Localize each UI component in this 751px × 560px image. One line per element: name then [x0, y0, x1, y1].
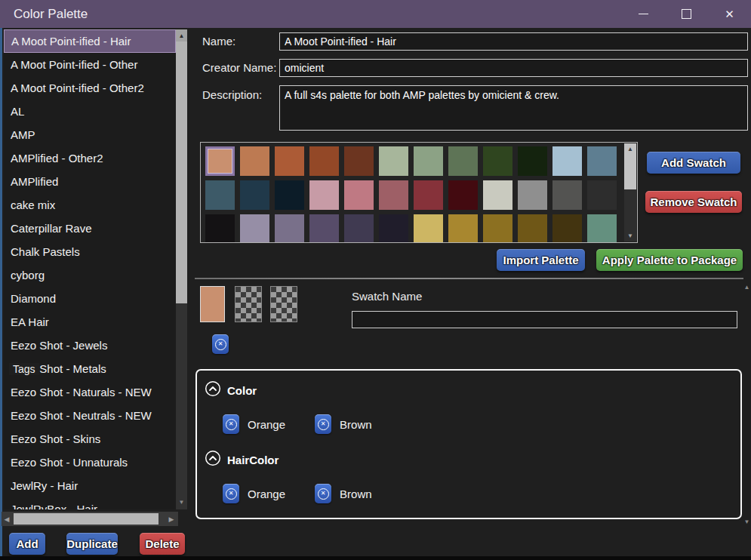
scroll-up-button[interactable]: ▲	[176, 29, 187, 42]
right-arrow-icon: ▶	[169, 515, 174, 523]
palette-list-item[interactable]: AL	[4, 100, 176, 123]
name-input[interactable]	[279, 32, 748, 51]
swatch-cell[interactable]	[483, 180, 512, 210]
swatch-name-label: Swatch Name	[352, 290, 422, 303]
swatch-cell[interactable]	[309, 146, 339, 176]
swatch-cell[interactable]	[205, 146, 235, 176]
minimize-button[interactable]	[622, 0, 665, 28]
swatch-cell[interactable]	[552, 146, 582, 176]
palette-list-item[interactable]: Eezo Shot - Jewels	[4, 334, 176, 357]
palette-list-item[interactable]: A Moot Point-ified - Hair	[4, 29, 176, 53]
tags-group-label: Tags	[9, 363, 39, 375]
swatch-cell[interactable]	[344, 180, 374, 210]
swatch-cell[interactable]	[552, 214, 582, 243]
list-vertical-scrollbar[interactable]: ▲ ▼	[176, 29, 187, 509]
swatch-cell[interactable]	[240, 146, 269, 176]
swatch-cell[interactable]	[587, 214, 617, 243]
palette-list-item[interactable]: Chalk Pastels	[4, 240, 176, 263]
up-arrow-icon[interactable]: ▲	[743, 284, 751, 291]
swatch-cell[interactable]	[518, 214, 547, 243]
remove-tag-button[interactable]: ✕	[223, 414, 239, 434]
swatch-cell[interactable]	[344, 146, 374, 176]
down-arrow-icon[interactable]: ▼	[743, 518, 751, 525]
remove-tag-button[interactable]: ✕	[315, 484, 331, 503]
delete-palette-button[interactable]: Delete	[140, 533, 185, 555]
maximize-button[interactable]	[665, 0, 708, 28]
scroll-right-button[interactable]: ▶	[166, 512, 177, 526]
add-swatch-button[interactable]: Add Swatch	[647, 152, 740, 174]
swatch-cell[interactable]	[448, 214, 478, 243]
swatch-highlight-preview[interactable]	[270, 286, 297, 322]
swatch-cell[interactable]	[587, 180, 617, 210]
scroll-left-button[interactable]: ◀	[2, 512, 12, 526]
tags-groupbox: Color✕Orange✕BrownHairColor✕Orange✕Brown	[195, 369, 742, 519]
swatch-cell[interactable]	[379, 180, 408, 210]
palette-list-item[interactable]: cake mix	[4, 193, 176, 217]
add-palette-button[interactable]: Add	[9, 533, 45, 555]
palette-list-item[interactable]: EA Hair	[4, 310, 176, 334]
close-button[interactable]: ✕	[708, 0, 751, 28]
duplicate-palette-button[interactable]: Duplicate	[66, 533, 118, 555]
swatch-cell[interactable]	[379, 146, 408, 176]
remove-tag-button[interactable]: ✕	[223, 484, 239, 503]
scrollbar-thumb[interactable]	[624, 155, 636, 189]
apply-palette-button[interactable]: Apply Palette to Package	[596, 249, 743, 271]
list-horizontal-scrollbar[interactable]: ◀ ▶	[2, 512, 178, 526]
detail-panel-scrollbar[interactable]: ▲ ▼	[743, 284, 751, 525]
palette-list-item[interactable]: AMPlified - Other2	[4, 146, 176, 170]
palette-list-item[interactable]: A Moot Point-ified - Other2	[4, 76, 176, 100]
palette-list-item[interactable]: cyborg	[4, 263, 176, 287]
scroll-down-button[interactable]: ▼	[624, 230, 636, 242]
swatch-cell[interactable]	[205, 180, 235, 210]
color-palette-window: Color Palette ✕ A Moot Point-ified - Hai…	[0, 0, 751, 560]
swatch-cell[interactable]	[414, 146, 443, 176]
swatch-scrollbar[interactable]: ▲ ▼	[624, 143, 636, 242]
swatch-cell[interactable]	[240, 180, 269, 210]
swatch-cell[interactable]	[448, 180, 478, 210]
import-palette-button[interactable]: Import Palette	[497, 249, 585, 271]
swatch-cell[interactable]	[240, 214, 269, 243]
palette-list-item[interactable]: Eezo Shot - Neutrals - NEW	[4, 404, 176, 427]
swatch-cell[interactable]	[275, 214, 304, 243]
palette-list-item[interactable]: Diamond	[4, 287, 176, 310]
palette-list-item[interactable]: Caterpillar Rave	[4, 217, 176, 240]
palette-list-item[interactable]: JewlRy - Hair	[4, 474, 176, 497]
palette-list-item[interactable]: Eezo Shot - Naturals - NEW	[4, 380, 176, 404]
palette-list-item[interactable]: JewlRyBox - Hair	[4, 497, 176, 509]
remove-tag-button[interactable]: ✕	[315, 414, 331, 434]
scroll-down-button[interactable]: ▼	[176, 496, 187, 508]
palette-list-item[interactable]: AMP	[4, 123, 176, 146]
palette-list-item[interactable]: A Moot Point-ified - Other	[4, 53, 176, 76]
swatch-shadow-preview[interactable]	[235, 286, 262, 322]
swatch-cell[interactable]	[483, 146, 512, 176]
scrollbar-thumb[interactable]	[14, 513, 159, 525]
description-input[interactable]: A full s4s palette for both AMP palettes…	[279, 85, 748, 131]
palette-list-item[interactable]: Eezo Shot - Skins	[4, 427, 176, 451]
swatch-cell[interactable]	[275, 146, 304, 176]
swatch-cell[interactable]	[552, 180, 582, 210]
swatch-cell[interactable]	[518, 180, 547, 210]
swatch-color-preview[interactable]	[200, 286, 225, 322]
swatch-cell[interactable]	[587, 146, 617, 176]
swatch-cell[interactable]	[344, 214, 374, 243]
remove-swatch-button[interactable]: Remove Swatch	[645, 191, 742, 213]
swatch-name-input[interactable]	[352, 311, 737, 328]
swatch-cell[interactable]	[379, 214, 408, 243]
palette-list-item[interactable]: Eezo Shot - Unnaturals	[4, 451, 176, 474]
palette-list-item[interactable]: AMPlified	[4, 170, 176, 193]
swatch-cell[interactable]	[414, 214, 443, 243]
collapse-chevron-icon[interactable]	[205, 450, 221, 469]
swatch-cell[interactable]	[309, 180, 339, 210]
scrollbar-thumb[interactable]	[176, 42, 187, 303]
collapse-chevron-icon[interactable]	[205, 380, 221, 400]
creator-name-input[interactable]	[279, 59, 748, 77]
swatch-cell[interactable]	[205, 214, 235, 243]
remove-swatch-color-button[interactable]: ✕	[212, 334, 229, 354]
swatch-cell[interactable]	[275, 180, 304, 210]
swatch-cell[interactable]	[414, 180, 443, 210]
swatch-cell[interactable]	[483, 214, 512, 243]
scroll-up-button[interactable]: ▲	[624, 143, 636, 155]
swatch-cell[interactable]	[518, 146, 547, 176]
swatch-cell[interactable]	[448, 146, 478, 176]
swatch-cell[interactable]	[309, 214, 339, 243]
